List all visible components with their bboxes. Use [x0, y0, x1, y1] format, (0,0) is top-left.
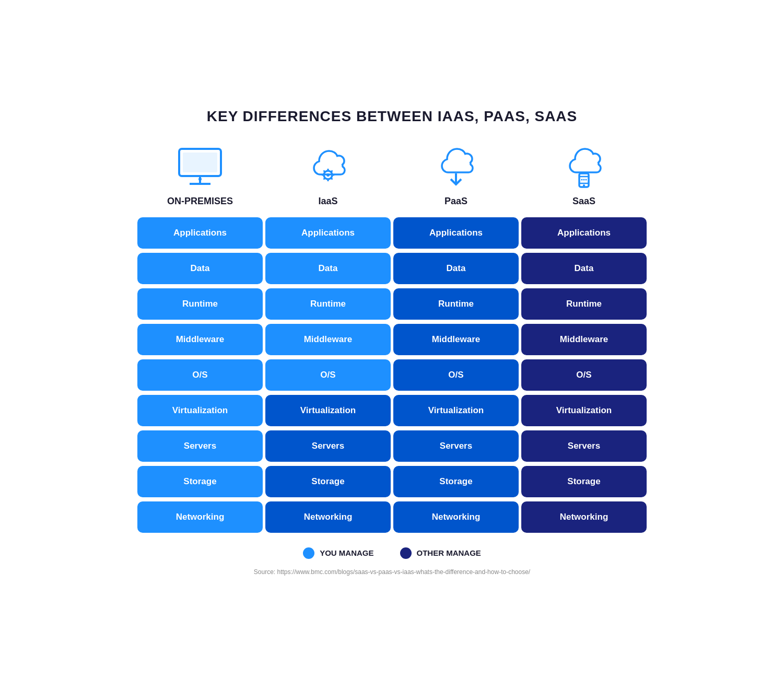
cell-5-3: Virtualization — [521, 395, 647, 426]
cell-2-1: Runtime — [265, 288, 391, 320]
you-manage-label: YOU MANAGE — [320, 548, 373, 557]
svg-point-20 — [581, 179, 583, 181]
grid-row: ServersServersServersServers — [136, 430, 648, 462]
svg-point-19 — [583, 184, 585, 186]
cell-4-0: O/S — [137, 359, 263, 391]
col-header-on-premises: ON-PREMISES — [137, 144, 263, 207]
cell-2-3: Runtime — [521, 288, 647, 320]
main-container: KEY DIFFERENCES BETWEEN IAAS, PAAS, SAAS… — [105, 87, 680, 591]
col-label-on-premises: ON-PREMISES — [167, 196, 233, 207]
cell-7-3: Storage — [521, 466, 647, 497]
cell-5-1: Virtualization — [265, 395, 391, 426]
other-manage-dot — [400, 547, 412, 559]
grid-row: RuntimeRuntimeRuntimeRuntime — [136, 288, 648, 320]
cell-8-1: Networking — [265, 501, 391, 533]
legend-other-manage: OTHER MANAGE — [400, 547, 481, 559]
col-header-iaas: IaaS — [265, 144, 391, 207]
cell-2-2: Runtime — [393, 288, 519, 320]
grid-row: O/SO/SO/SO/S — [136, 359, 648, 391]
cell-1-0: Data — [137, 253, 263, 284]
grid-row: VirtualizationVirtualizationVirtualizati… — [136, 395, 648, 426]
svg-point-4 — [198, 178, 202, 181]
grid-row: StorageStorageStorageStorage — [136, 466, 648, 497]
cell-3-1: Middleware — [265, 324, 391, 355]
col-label-paas: PaaS — [444, 196, 467, 207]
grid-row: MiddlewareMiddlewareMiddlewareMiddleware — [136, 324, 648, 355]
cell-3-0: Middleware — [137, 324, 263, 355]
cell-8-2: Networking — [393, 501, 519, 533]
cell-0-1: Applications — [265, 217, 391, 249]
cell-0-2: Applications — [393, 217, 519, 249]
cloud-gear-icon — [302, 144, 354, 191]
grid-row: NetworkingNetworkingNetworkingNetworking — [136, 501, 648, 533]
cell-3-3: Middleware — [521, 324, 647, 355]
columns-header: ON-PREMISES — [136, 144, 648, 207]
svg-point-22 — [586, 179, 587, 181]
source-citation: Source: https://www.bmc.com/blogs/saas-v… — [136, 568, 648, 576]
cell-4-3: O/S — [521, 359, 647, 391]
cell-3-2: Middleware — [393, 324, 519, 355]
svg-line-14 — [324, 178, 325, 180]
cloud-download-icon — [430, 144, 482, 191]
col-header-saas: SaaS — [521, 144, 647, 207]
svg-line-13 — [331, 171, 333, 172]
you-manage-dot — [303, 547, 314, 559]
cell-6-2: Servers — [393, 430, 519, 462]
svg-line-11 — [324, 171, 325, 172]
col-header-paas: PaaS — [393, 144, 519, 207]
svg-point-21 — [583, 179, 585, 181]
page-title: KEY DIFFERENCES BETWEEN IAAS, PAAS, SAAS — [136, 108, 648, 125]
cloud-device-icon — [558, 144, 610, 191]
grid-row: DataDataDataData — [136, 253, 648, 284]
cell-8-0: Networking — [137, 501, 263, 533]
grid-row: ApplicationsApplicationsApplicationsAppl… — [136, 217, 648, 249]
cell-1-3: Data — [521, 253, 647, 284]
cell-0-3: Applications — [521, 217, 647, 249]
cell-0-0: Applications — [137, 217, 263, 249]
cell-1-1: Data — [265, 253, 391, 284]
cell-7-2: Storage — [393, 466, 519, 497]
cell-6-0: Servers — [137, 430, 263, 462]
cell-4-2: O/S — [393, 359, 519, 391]
svg-point-6 — [326, 173, 330, 177]
cell-8-3: Networking — [521, 501, 647, 533]
legend-you-manage: YOU MANAGE — [303, 547, 373, 559]
cell-5-2: Virtualization — [393, 395, 519, 426]
cell-5-0: Virtualization — [137, 395, 263, 426]
svg-rect-3 — [183, 153, 217, 172]
cell-2-0: Runtime — [137, 288, 263, 320]
col-label-iaas: IaaS — [318, 196, 337, 207]
cell-6-1: Servers — [265, 430, 391, 462]
legend: YOU MANAGE OTHER MANAGE — [136, 547, 648, 559]
col-label-saas: SaaS — [572, 196, 595, 207]
svg-line-12 — [331, 178, 333, 180]
cell-7-1: Storage — [265, 466, 391, 497]
monitor-icon — [177, 144, 224, 191]
cell-1-2: Data — [393, 253, 519, 284]
comparison-grid: ApplicationsApplicationsApplicationsAppl… — [136, 217, 648, 533]
cell-4-1: O/S — [265, 359, 391, 391]
cell-6-3: Servers — [521, 430, 647, 462]
other-manage-label: OTHER MANAGE — [417, 548, 481, 557]
cell-7-0: Storage — [137, 466, 263, 497]
